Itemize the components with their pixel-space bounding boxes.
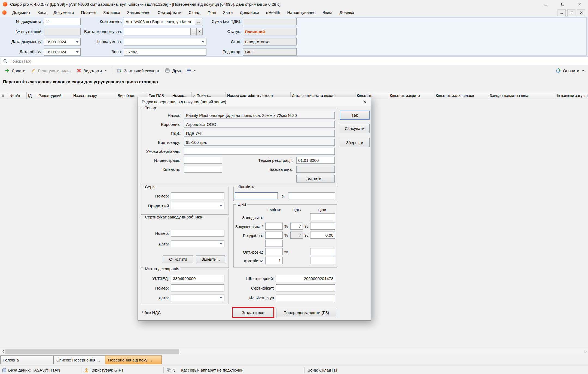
quantity-input[interactable] [235, 192, 278, 199]
menu-item-document[interactable]: Документ [9, 8, 34, 17]
maximize-button[interactable] [554, 0, 571, 8]
purchase-price-field[interactable] [310, 223, 335, 230]
save-button[interactable]: Зберегти [340, 138, 370, 147]
purchase-vat-field[interactable]: 7 [290, 223, 303, 230]
uktzed-field[interactable]: 3304990000 [171, 275, 224, 282]
extra-markup-field[interactable] [265, 240, 283, 247]
minimize-button[interactable] [537, 0, 554, 8]
menu-item-settings[interactable]: Налаштування [284, 8, 319, 17]
scroll-right-button[interactable] [583, 348, 588, 355]
tab-returns-list[interactable]: Список: Повернення ... [53, 355, 110, 364]
retail-vat-field[interactable]: 7 [290, 232, 303, 239]
menu-item-help[interactable]: Довідка [336, 8, 358, 17]
menu-item-kasa[interactable]: Каса [34, 8, 50, 17]
refresh-button[interactable]: Оновити [553, 66, 587, 75]
prices-group-label: Ціни [236, 202, 247, 206]
column-header-npp[interactable]: № п/п [8, 92, 27, 99]
sticker-barcode-field[interactable]: 2060000201478 [276, 275, 335, 282]
column-header-factory-price[interactable]: Заводська/митна ціна [488, 92, 555, 99]
menu-item-certificates[interactable]: Сертифікати [154, 8, 185, 17]
scrollbar-thumb[interactable] [5, 349, 179, 354]
reg-term-field[interactable]: 01.01.3000 [296, 157, 335, 164]
column-header-qty-left[interactable]: Кількість залишилася [434, 92, 488, 99]
delete-button[interactable]: Видалити [74, 66, 109, 75]
horizontal-scrollbar[interactable] [0, 348, 588, 355]
scroll-left-button[interactable] [0, 348, 5, 355]
menu-item-warehouse[interactable]: Склад [185, 8, 204, 17]
multiplicity-label: Кратність: [235, 257, 263, 264]
view-options-button[interactable] [184, 66, 199, 75]
dialog-close-button[interactable] [360, 98, 369, 105]
menu-item-branches[interactable]: Філії [204, 8, 220, 17]
mdi-restore-button[interactable] [567, 9, 575, 16]
close-icon [578, 2, 581, 6]
menu-item-windows[interactable]: Вікна [319, 8, 336, 17]
mdi-minimize-button[interactable] [557, 9, 566, 16]
cert-date-combo[interactable] [171, 240, 224, 247]
product-change-button[interactable]: Змінити... [296, 175, 335, 183]
retail-markup-field[interactable] [265, 232, 283, 239]
print-button[interactable]: Друк [162, 66, 184, 75]
mdi-close-button[interactable] [577, 9, 585, 16]
ok-button[interactable]: Так [340, 111, 370, 120]
column-header-markup-pct[interactable]: % націнки закупівельної ціни [555, 92, 588, 99]
menu-item-stocks[interactable]: Залишки [100, 8, 124, 17]
add-button[interactable]: Додати [2, 66, 28, 75]
series-number-field[interactable] [171, 192, 224, 199]
cancel-button[interactable]: Скасувати [340, 124, 370, 133]
customs-date-combo[interactable] [171, 294, 224, 301]
previous-stocks-button[interactable]: Попередні залишки (F8) [276, 308, 336, 317]
grid-corner-button[interactable] [0, 92, 8, 99]
extra-certificate-label: Сертифікат: [233, 284, 274, 291]
menu-item-reports[interactable]: Звіти [220, 8, 236, 17]
cert-number-field[interactable] [171, 230, 224, 237]
menu-item-ehealth[interactable]: eHealth [263, 8, 284, 17]
storage-conditions-field[interactable] [184, 148, 335, 155]
uktzed-label: УКТЗЕД: [142, 275, 169, 282]
menu-item-payments[interactable]: Платежі [77, 8, 100, 17]
cert-change-button[interactable]: Змінити... [196, 255, 225, 263]
cert-clear-button[interactable]: Очистити [163, 255, 193, 263]
pack-quantity-field[interactable] [276, 294, 335, 301]
recall-all-button[interactable]: Згадати все [233, 308, 273, 317]
factory-price-field[interactable] [310, 213, 335, 220]
opt-markup-field[interactable] [265, 248, 283, 255]
column-header-recipe[interactable]: Рецептурний [37, 92, 72, 99]
edit-row-button[interactable]: Редагувати рядок [28, 66, 74, 75]
sum-without-vat-field[interactable] [243, 18, 297, 25]
base-price-field[interactable] [296, 166, 335, 173]
factory-price-label: Заводська: [235, 214, 263, 221]
reg-number-field[interactable] [184, 157, 222, 164]
product-group: Товар [141, 108, 337, 184]
multiplicity-price-field[interactable] [310, 257, 335, 264]
opt-price-field[interactable] [310, 248, 335, 255]
extra-certificate-field[interactable] [276, 284, 335, 291]
chevron-down-icon [220, 205, 223, 206]
refresh-icon [556, 68, 561, 73]
tab-return-document[interactable]: Повернення від поку ... [105, 355, 162, 364]
multiplicity-field[interactable]: 1 [265, 257, 283, 264]
menu-item-directories[interactable]: Довідники [236, 8, 263, 17]
producer-label: Виробник: [142, 121, 180, 128]
export-button[interactable]: Загальний експорт [114, 66, 162, 75]
column-header-qty-closed[interactable]: Кількість закрито [388, 92, 434, 99]
percent-sign: % [284, 248, 288, 255]
series-valid-combo[interactable] [171, 202, 224, 209]
producer-field[interactable]: Агропласт ООО [184, 121, 335, 128]
pencil-icon [31, 68, 36, 73]
purchase-markup-field[interactable] [265, 223, 283, 230]
product-name-field[interactable]: Family Plast бактерицидні на шолк. осн. … [184, 112, 335, 119]
customs-number-field[interactable] [171, 284, 224, 291]
menu-item-orders[interactable]: Замовлення [124, 8, 154, 17]
product-quantity-field[interactable] [184, 166, 222, 173]
tab-home[interactable]: Головна [0, 355, 59, 364]
close-button[interactable] [571, 0, 588, 8]
quantity-total-field[interactable] [288, 192, 335, 199]
vat-field[interactable]: ПДВ 7% [184, 130, 335, 137]
product-kind-field[interactable]: 95-100 грн. [184, 139, 335, 146]
retail-price-field[interactable]: 0,00 [310, 232, 335, 239]
menu-item-documents[interactable]: Документи [50, 8, 77, 17]
search-input[interactable]: Поиск (Tab) [1, 57, 588, 65]
column-header-id[interactable]: ІД [27, 92, 37, 99]
column-header-product-name[interactable]: Назва товару [72, 92, 116, 99]
